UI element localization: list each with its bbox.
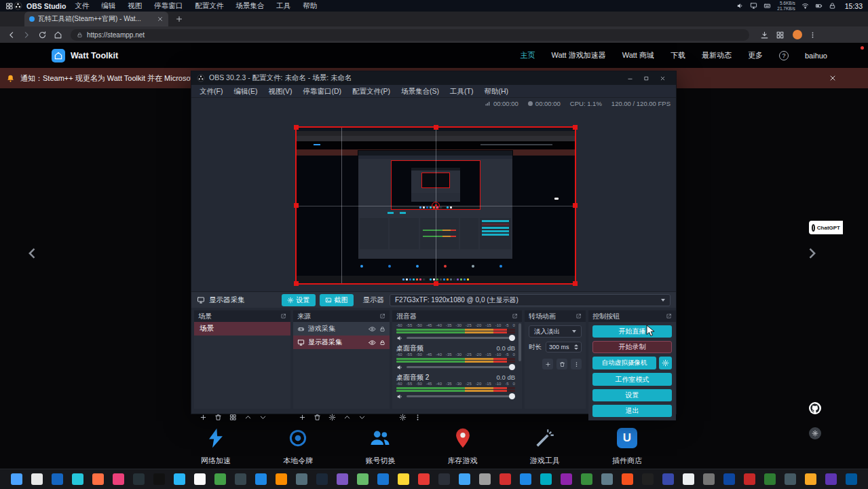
feature-network-accel[interactable]: 网络加速 <box>182 427 250 466</box>
taskbar-app-icon[interactable] <box>174 473 185 485</box>
battery-icon[interactable] <box>815 2 823 10</box>
menu-item[interactable]: 文件(F) <box>194 85 228 97</box>
taskbar-app-icon[interactable] <box>581 473 592 485</box>
taskbar-app-icon[interactable] <box>31 473 43 485</box>
popout-icon[interactable] <box>512 313 518 319</box>
github-fab-icon[interactable] <box>809 402 821 414</box>
resize-handle-bl[interactable] <box>294 281 299 286</box>
taskbar-app-icon[interactable] <box>72 473 83 485</box>
notice-close-icon[interactable] <box>829 74 837 82</box>
minimize-button[interactable] <box>622 71 638 85</box>
url-text[interactable]: https://steampp.net <box>87 31 145 39</box>
popout-icon[interactable] <box>575 313 582 319</box>
feature-game-tools[interactable]: 游戏工具 <box>511 427 579 466</box>
remove-transition-button[interactable] <box>556 359 567 369</box>
carousel-prev-icon[interactable] <box>26 244 39 262</box>
feature-account-switch[interactable]: 账号切换 <box>346 427 414 466</box>
menu-item[interactable]: 停靠窗口(D) <box>297 85 347 97</box>
obs-app-icon[interactable] <box>14 1 22 10</box>
speaker-icon[interactable] <box>396 364 403 371</box>
taskbar-app-icon[interactable] <box>235 473 246 485</box>
resize-handle-mr[interactable] <box>573 203 578 208</box>
lock-icon[interactable] <box>379 325 385 333</box>
address-bar[interactable]: https://steampp.net <box>71 29 749 41</box>
nav-news[interactable]: 最新动态 <box>702 50 732 60</box>
mixer-settings-icon[interactable] <box>399 414 407 421</box>
site-brand[interactable]: Watt Toolkit <box>71 51 118 60</box>
source-row-display-capture[interactable]: 显示器采集 <box>293 336 390 349</box>
taskbar-app-icon[interactable] <box>703 473 715 485</box>
nav-more[interactable]: 更多 <box>748 50 763 60</box>
mixer-dock-header[interactable]: 混音器 <box>392 310 522 322</box>
taskbar-app-icon[interactable] <box>622 473 633 485</box>
transition-properties-button[interactable] <box>571 359 582 369</box>
refresh-icon[interactable] <box>38 31 47 39</box>
taskbar-app-icon[interactable] <box>133 473 145 485</box>
move-up-icon[interactable] <box>244 414 252 421</box>
menu-item[interactable]: 视图 <box>121 0 148 12</box>
browser-menu-kebab-icon[interactable] <box>809 31 816 39</box>
taskbar-app-icon[interactable] <box>662 473 674 485</box>
keyboard-icon[interactable] <box>763 2 771 10</box>
remove-scene-icon[interactable] <box>214 414 222 421</box>
new-tab-button[interactable] <box>175 15 183 23</box>
menu-item[interactable]: 停靠窗口 <box>148 0 189 12</box>
back-icon[interactable] <box>7 31 16 39</box>
volume-icon[interactable] <box>736 2 744 10</box>
taskbar-app-icon[interactable] <box>255 473 267 485</box>
menu-item[interactable]: 视图(V) <box>263 85 297 97</box>
volume-slider[interactable] <box>407 393 515 399</box>
add-source-icon[interactable] <box>299 414 306 421</box>
taskbar-app-icon[interactable] <box>744 473 755 485</box>
taskbar-app-icon[interactable] <box>499 473 511 485</box>
tab-close-icon[interactable] <box>157 16 164 22</box>
menu-item[interactable]: 场景集合(S) <box>396 85 445 97</box>
settings-button[interactable]: 设置 <box>592 389 672 401</box>
remove-source-icon[interactable] <box>314 414 321 421</box>
taskbar-app-icon[interactable] <box>642 473 654 485</box>
taskbar-app-icon[interactable] <box>540 473 552 485</box>
duration-spinner[interactable]: 300 ms <box>546 342 582 352</box>
menu-item[interactable]: 编辑 <box>95 0 121 12</box>
settings-fab-icon[interactable] <box>809 427 821 439</box>
taskbar-app-icon[interactable] <box>296 473 307 485</box>
menu-item[interactable]: 编辑(E) <box>228 85 263 97</box>
taskbar-app-icon[interactable] <box>438 473 450 485</box>
move-down-icon[interactable] <box>358 414 366 421</box>
taskbar-app-icon[interactable] <box>214 473 226 485</box>
feature-plugin-store[interactable]: U 插件商店 <box>593 427 661 466</box>
taskbar-app-icon[interactable] <box>357 473 369 485</box>
taskbar-app-icon[interactable] <box>92 473 104 485</box>
taskbar-app-icon[interactable] <box>805 473 816 485</box>
source-properties-icon[interactable] <box>328 414 336 421</box>
menu-item[interactable]: 帮助(H) <box>478 85 514 97</box>
taskbar-app-icon[interactable] <box>11 473 22 485</box>
obs-window[interactable]: OBS 30.2.3 - 配置文件: 未命名 - 场景: 未命名 文件(F)编辑… <box>191 71 677 414</box>
resize-handle-tr[interactable] <box>573 125 578 130</box>
resize-handle-tc[interactable] <box>434 125 438 130</box>
maximize-button[interactable] <box>638 71 654 85</box>
move-down-icon[interactable] <box>259 414 267 421</box>
source-row-game-capture[interactable]: 游戏采集 <box>293 322 390 336</box>
display-select[interactable]: F27G3xTF: 1920x1080 @ 0,0 (主显示器) <box>390 294 671 306</box>
feature-inventory[interactable]: 库存游戏 <box>429 427 497 466</box>
clock[interactable]: 15:33 <box>845 2 863 10</box>
resize-handle-ml[interactable] <box>294 203 299 208</box>
popout-icon[interactable] <box>379 313 385 319</box>
transition-select[interactable]: 淡入淡出 <box>529 325 582 338</box>
virtual-camera-settings-icon[interactable] <box>659 357 672 369</box>
menu-item[interactable]: 工具 <box>270 0 297 12</box>
taskbar-app-icon[interactable] <box>723 473 735 485</box>
transitions-dock-header[interactable]: 转场动画 <box>525 310 586 322</box>
taskbar-app-icon[interactable] <box>601 473 613 485</box>
popout-icon[interactable] <box>280 313 286 319</box>
display-icon[interactable] <box>750 2 757 10</box>
resize-handle-bc[interactable] <box>434 281 438 286</box>
controls-dock-header[interactable]: 控制按钮 <box>588 310 676 322</box>
start-streaming-button[interactable]: 开始直播 <box>592 325 672 338</box>
source-settings-button[interactable]: 设置 <box>282 294 316 306</box>
taskbar-app-icon[interactable] <box>418 473 430 485</box>
browser-tab[interactable]: 瓦特工具箱(Steam++官网) - Wat... <box>24 12 168 26</box>
menu-item[interactable]: 场景集合 <box>229 0 270 12</box>
resize-handle-br[interactable] <box>573 281 578 286</box>
